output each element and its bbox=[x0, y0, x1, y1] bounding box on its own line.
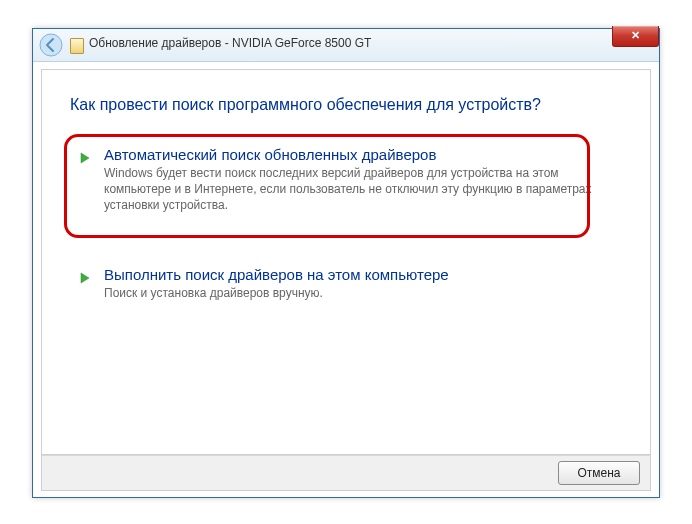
back-button[interactable] bbox=[39, 33, 63, 57]
dialog-footer: Отмена bbox=[41, 455, 651, 491]
close-icon: ✕ bbox=[631, 29, 640, 41]
window-title: Обновление драйверов - NVIDIA GeForce 85… bbox=[89, 36, 371, 50]
arrow-right-icon bbox=[78, 270, 94, 286]
dialog-window: Обновление драйверов - NVIDIA GeForce 85… bbox=[32, 28, 660, 498]
option-title: Выполнить поиск драйверов на этом компью… bbox=[104, 266, 614, 283]
title-bar: Обновление драйверов - NVIDIA GeForce 85… bbox=[33, 29, 659, 62]
option-desc: Windows будет вести поиск последних верс… bbox=[104, 165, 614, 214]
arrow-right-icon bbox=[78, 150, 94, 166]
cancel-button[interactable]: Отмена bbox=[558, 461, 640, 485]
option-desc: Поиск и установка драйверов вручную. bbox=[104, 285, 614, 301]
svg-point-0 bbox=[40, 34, 62, 56]
page-heading: Как провести поиск программного обеспече… bbox=[70, 96, 541, 114]
option-manual-search[interactable]: Выполнить поиск драйверов на этом компью… bbox=[78, 266, 614, 301]
dialog-body: Как провести поиск программного обеспече… bbox=[41, 69, 651, 455]
option-title: Автоматический поиск обновленных драйвер… bbox=[104, 146, 614, 163]
device-icon bbox=[70, 38, 84, 54]
close-button[interactable]: ✕ bbox=[612, 26, 659, 47]
option-auto-search[interactable]: Автоматический поиск обновленных драйвер… bbox=[78, 146, 614, 214]
